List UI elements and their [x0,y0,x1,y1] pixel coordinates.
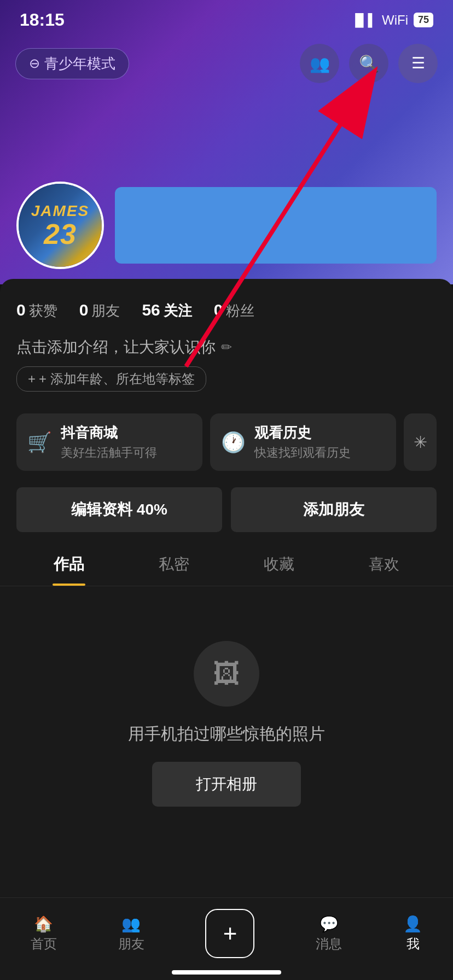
status-time: 18:15 [20,10,65,30]
history-text: 观看历史 快速找到观看历史 [254,423,351,461]
quick-links: 🛒 抖音商城 美好生活触手可得 🕐 观看历史 快速找到观看历史 ✳ [16,402,437,482]
shop-text: 抖音商城 美好生活触手可得 [61,423,157,461]
stat-friends-label: 朋友 [91,301,120,320]
battery-badge: 75 [414,13,433,27]
nav-create-button[interactable]: + [205,909,254,958]
history-icon: 🕐 [221,431,246,454]
youth-mode-icon: ⊖ [29,56,40,71]
search-icon: 🔍 [359,54,379,73]
shop-link[interactable]: 🛒 抖音商城 美好生活触手可得 [16,413,202,471]
bio-text: 点击添加介绍，让大家认识你 [16,337,216,358]
stat-following-num: 56 [142,301,160,319]
friends-nav-icon: 👥 [121,915,141,933]
add-icon: + [28,371,36,387]
edit-profile-button[interactable]: 编辑资料 40% [16,487,222,532]
empty-icon: 🖼 [194,641,259,707]
nav-home[interactable]: 🏠 首页 [31,915,57,953]
tab-favorites[interactable]: 收藏 [226,543,332,586]
stat-fans: 0 粉丝 [214,301,255,320]
friends-nav-label: 朋友 [118,935,144,953]
nav-friends[interactable]: 👥 朋友 [118,915,144,953]
tags-row: + + 添加年龄、所在地等标签 [16,366,437,402]
tab-works-label: 作品 [54,556,84,573]
history-title: 观看历史 [254,423,351,442]
content-area: 0 获赞 0 朋友 56 关注 0 粉丝 点击添加介绍，让大家认识你 ✏ [0,279,453,949]
stats-row: 0 获赞 0 朋友 56 关注 0 粉丝 [16,295,437,331]
history-link[interactable]: 🕐 观看历史 快速找到观看历史 [210,413,396,471]
menu-button[interactable]: ☰ [398,44,438,83]
bottom-nav: 🏠 首页 👥 朋友 + 💬 消息 👤 我 [0,897,453,980]
stat-following-label: 关注 [164,301,192,320]
username-banner [115,187,437,264]
tab-likes[interactable]: 喜欢 [332,543,437,586]
photo-icon: 🖼 [213,658,240,690]
stat-fans-label: 粉丝 [226,301,254,320]
friends-icon: 👥 [310,54,330,73]
search-button[interactable]: 🔍 [349,44,388,83]
bio-area[interactable]: 点击添加介绍，让大家认识你 ✏ [16,331,437,366]
empty-state: 🖼 用手机拍过哪些惊艳的照片 打开相册 [16,586,437,839]
add-friend-button[interactable]: 添加朋友 [231,487,437,532]
messages-icon: 💬 [320,915,339,933]
stat-friends-num: 0 [79,301,89,319]
asterisk-icon: ✳ [414,433,427,452]
youth-mode-badge[interactable]: ⊖ 青少年模式 [15,48,129,79]
stat-likes: 0 获赞 [16,301,57,320]
menu-icon: ☰ [411,56,425,71]
tabs-row: 作品 私密 收藏 喜欢 [0,543,453,586]
profile-area: JAMES 23 [0,83,453,269]
open-album-button[interactable]: 打开相册 [152,762,301,807]
avatar[interactable]: JAMES 23 [16,182,104,269]
history-subtitle: 快速找到观看历史 [254,445,351,461]
avatar-name: JAMES [31,202,89,220]
wifi-icon: WiFi [382,13,408,28]
friends-button[interactable]: 👥 [300,44,339,83]
nav-messages[interactable]: 💬 消息 [316,915,342,953]
me-icon: 👤 [403,915,422,933]
messages-label: 消息 [316,935,342,953]
more-links-button[interactable]: ✳ [404,413,437,471]
stat-following[interactable]: 56 关注 [142,301,191,320]
tab-private[interactable]: 私密 [121,543,226,586]
avatar-number: 23 [44,220,77,248]
youth-mode-label: 青少年模式 [44,54,115,73]
tab-works[interactable]: 作品 [16,543,121,586]
me-label: 我 [406,935,420,953]
stat-likes-num: 0 [16,301,26,319]
header-banner: 18:15 ▐▌▌ WiFi 75 ⊖ 青少年模式 👥 🔍 ☰ [0,0,453,284]
signal-icon: ▐▌▌ [351,13,376,27]
status-icons: ▐▌▌ WiFi 75 [351,13,433,28]
add-tags-label: + 添加年龄、所在地等标签 [39,370,195,388]
home-indicator [172,970,281,975]
tab-likes-label: 喜欢 [369,556,399,573]
stat-fans-num: 0 [214,301,223,319]
nav-me[interactable]: 👤 我 [403,915,422,953]
empty-text: 用手机拍过哪些惊艳的照片 [128,723,325,745]
stat-likes-label: 获赞 [29,301,57,320]
nav-right-icons: 👥 🔍 ☰ [300,44,438,83]
home-label: 首页 [31,935,57,953]
stat-friends: 0 朋友 [79,301,120,320]
shop-title: 抖音商城 [61,423,157,442]
plus-icon: + [223,920,237,947]
tab-favorites-label: 收藏 [264,556,294,573]
shop-subtitle: 美好生活触手可得 [61,445,157,461]
home-icon: 🏠 [34,915,53,933]
status-bar: 18:15 ▐▌▌ WiFi 75 [0,0,453,36]
edit-bio-icon: ✏ [221,340,232,355]
action-buttons: 编辑资料 40% 添加朋友 [16,482,437,543]
shop-icon: 🛒 [27,431,52,454]
avatar-image: JAMES 23 [19,184,102,267]
tab-private-label: 私密 [159,556,189,573]
add-tags-button[interactable]: + + 添加年龄、所在地等标签 [16,366,206,392]
